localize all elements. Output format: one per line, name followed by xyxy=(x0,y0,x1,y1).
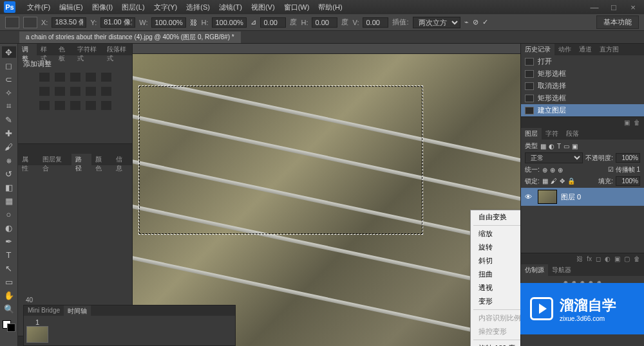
stamp-tool-icon[interactable]: ⎈ xyxy=(2,154,16,166)
history-item[interactable]: 矩形选框 xyxy=(521,92,644,104)
tab-para-styles[interactable]: 段落样式 xyxy=(103,44,132,55)
menu-layer[interactable]: 图层(L) xyxy=(118,1,148,14)
adj-colorbal-icon[interactable] xyxy=(55,87,65,96)
history-item[interactable]: 取消选择 xyxy=(521,80,644,92)
adj-threshold-icon[interactable] xyxy=(70,101,80,110)
commit-transform-icon[interactable]: ✓ xyxy=(482,18,488,26)
unify-position-icon[interactable]: ⊕ xyxy=(542,167,547,174)
dodge-tool-icon[interactable]: ◐ xyxy=(2,222,16,233)
menu-view[interactable]: 视图(V) xyxy=(247,1,279,14)
canvas-area[interactable]: 自由变换 缩放 旋转 斜切 扭曲 透视 变形 内容识别比例 操控变形 旋转 18… xyxy=(133,44,520,346)
adj-selcolor-icon[interactable] xyxy=(101,101,111,110)
path-tool-icon[interactable]: ↖ xyxy=(2,262,16,274)
eraser-tool-icon[interactable]: ◧ xyxy=(2,181,16,193)
lasso-tool-icon[interactable]: ⊂ xyxy=(2,73,16,85)
unify-style-icon[interactable]: ⊕ xyxy=(558,167,563,174)
tab-timeline[interactable]: 时间轴 xyxy=(64,305,91,316)
lock-all-icon[interactable]: 🔒 xyxy=(567,178,575,185)
ctx-rotate[interactable]: 旋转 xyxy=(471,241,520,254)
adj-exposure-icon[interactable] xyxy=(86,73,96,82)
fill-field[interactable] xyxy=(616,176,640,186)
tab-mini-bridge[interactable]: Mini Bridge xyxy=(24,305,64,316)
ctx-scale[interactable]: 缩放 xyxy=(471,227,520,241)
history-trash-icon[interactable]: 🗑 xyxy=(634,119,640,126)
menu-type[interactable]: 文字(Y) xyxy=(150,1,182,14)
filter-type-icon[interactable]: T xyxy=(557,143,561,150)
workspace-switcher[interactable]: 基本功能 xyxy=(596,15,639,29)
tab-swatches[interactable]: 色板 xyxy=(55,44,73,55)
transform-tool-icon[interactable] xyxy=(5,17,19,28)
ctx-perspective[interactable]: 透视 xyxy=(471,281,520,295)
menu-filter[interactable]: 滤镜(T) xyxy=(215,1,246,14)
gradient-tool-icon[interactable]: ▦ xyxy=(2,195,16,206)
menu-window[interactable]: 窗口(W) xyxy=(280,1,314,14)
tab-layers[interactable]: 图层 xyxy=(521,128,542,140)
tab-paragraph[interactable]: 段落 xyxy=(562,128,583,140)
timeline-frame-thumb[interactable] xyxy=(26,326,48,343)
pen-tool-icon[interactable]: ✒ xyxy=(2,235,16,247)
tab-navigator[interactable]: 导航器 xyxy=(548,264,575,276)
warp-icon[interactable]: ⌁ xyxy=(464,18,469,26)
opt-x-field[interactable] xyxy=(52,17,86,28)
reference-point-icon[interactable] xyxy=(23,17,37,28)
menu-help[interactable]: 帮助(H) xyxy=(314,1,346,14)
history-brush-tool-icon[interactable]: ↺ xyxy=(2,168,16,179)
adj-gradmap-icon[interactable] xyxy=(86,101,96,110)
history-snapshot-icon[interactable]: ▣ xyxy=(624,119,630,126)
adj-photo-icon[interactable] xyxy=(86,87,96,96)
shape-tool-icon[interactable]: ▭ xyxy=(2,276,16,287)
move-tool-icon[interactable]: ✥ xyxy=(2,46,16,58)
layer-name[interactable]: 图层 0 xyxy=(561,192,581,202)
filter-adjust-icon[interactable]: ◐ xyxy=(549,143,554,150)
tab-actions[interactable]: 动作 xyxy=(554,44,575,55)
wand-tool-icon[interactable]: ✧ xyxy=(2,87,16,98)
ctx-rotate-180[interactable]: 旋转 180 度 xyxy=(471,341,520,346)
adj-mixer-icon[interactable] xyxy=(101,87,111,96)
opt-w-field[interactable] xyxy=(151,17,186,28)
layer-row[interactable]: 👁 图层 0 xyxy=(521,188,644,206)
close-icon[interactable]: × xyxy=(626,3,640,12)
tab-paths[interactable]: 路径 xyxy=(71,154,92,165)
adj-hue-icon[interactable] xyxy=(39,87,50,96)
document-canvas[interactable] xyxy=(133,54,520,346)
blur-tool-icon[interactable]: ○ xyxy=(2,208,16,220)
opt-interp-select[interactable]: 两次立方 xyxy=(413,17,460,28)
adj-curves-icon[interactable] xyxy=(70,73,80,82)
transform-bounding-box[interactable] xyxy=(139,86,422,234)
tab-adjustments[interactable]: 调整 xyxy=(18,44,37,55)
tab-channels[interactable]: 通道 xyxy=(575,44,596,55)
tab-layer-comps[interactable]: 图层复合 xyxy=(39,154,71,165)
history-item[interactable]: 矩形选框 xyxy=(521,68,644,80)
opacity-field[interactable] xyxy=(616,153,640,163)
tab-styles[interactable]: 样式 xyxy=(37,44,55,55)
layer-thumbnail[interactable] xyxy=(538,190,557,204)
ctx-free-transform[interactable]: 自由变换 xyxy=(471,210,520,224)
layer-new-icon[interactable]: ▢ xyxy=(624,255,630,262)
adj-poster-icon[interactable] xyxy=(55,101,65,110)
marquee-tool-icon[interactable]: ◻ xyxy=(2,60,16,71)
menu-image[interactable]: 图像(I) xyxy=(88,1,117,14)
lock-transparent-icon[interactable]: ▦ xyxy=(542,178,548,185)
layer-adjust-icon[interactable]: ◐ xyxy=(605,255,611,262)
tab-color[interactable]: 颜色 xyxy=(91,154,112,165)
ctx-warp[interactable]: 变形 xyxy=(471,295,520,308)
opt-angle-field[interactable] xyxy=(260,17,286,28)
cancel-transform-icon[interactable]: ⊘ xyxy=(473,18,478,26)
healing-tool-icon[interactable]: ✚ xyxy=(2,127,16,139)
layer-link-icon[interactable]: ⛓ xyxy=(576,255,583,262)
tab-char-styles[interactable]: 字符样式 xyxy=(73,44,102,55)
minimize-icon[interactable]: — xyxy=(587,3,601,12)
maximize-icon[interactable]: □ xyxy=(607,3,621,12)
history-item[interactable]: 打开 xyxy=(521,55,644,68)
adj-bw-icon[interactable] xyxy=(70,87,80,96)
zoom-tool-icon[interactable]: 🔍 xyxy=(2,303,16,314)
crop-tool-icon[interactable]: ⌗ xyxy=(2,100,16,112)
unify-visibility-icon[interactable]: ⊕ xyxy=(550,167,555,174)
layer-visibility-icon[interactable]: 👁 xyxy=(525,193,534,201)
tab-properties[interactable]: 属性 xyxy=(18,154,39,165)
history-item[interactable]: 建立图层 xyxy=(521,104,644,116)
lock-pixels-icon[interactable]: 🖌 xyxy=(551,178,557,185)
filter-pixel-icon[interactable]: ▦ xyxy=(540,143,546,150)
adj-brightness-icon[interactable] xyxy=(39,73,50,82)
adj-vibrance-icon[interactable] xyxy=(101,73,111,82)
